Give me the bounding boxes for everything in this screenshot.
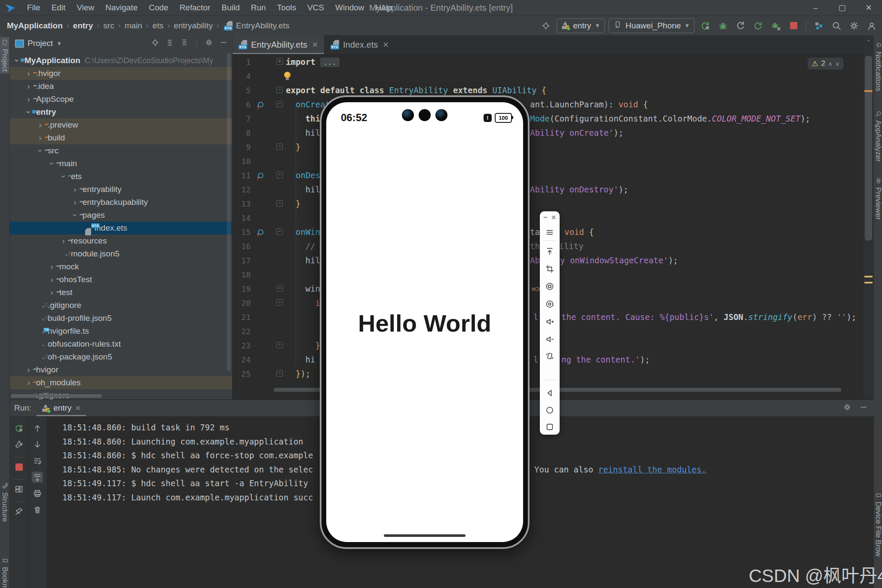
scroll-end-icon[interactable] <box>32 472 43 483</box>
warning-mark[interactable] <box>864 276 873 277</box>
tree-item-.idea[interactable]: ›.idea <box>10 80 232 93</box>
override-method-icon[interactable] <box>257 172 263 179</box>
tree-item-.preview[interactable]: ›.preview <box>10 119 232 131</box>
run-hide-icon[interactable] <box>859 403 868 413</box>
chevron-icon[interactable]: › <box>37 120 44 130</box>
chevron-icon[interactable]: › <box>25 94 32 104</box>
chevron-icon[interactable]: › <box>48 288 55 297</box>
chevron-icon[interactable]: › <box>25 378 32 387</box>
tab-EntryAbility.ets[interactable]: ETSEntryAbility.ets✕ <box>233 35 325 54</box>
tree-item-entrybackupability[interactable]: ›entrybackupability <box>10 196 232 209</box>
settings-icon[interactable] <box>847 19 861 33</box>
tree-item-MyApplication[interactable]: ›MyApplicationC:\Users\Z\DevEcoStudioPro… <box>10 54 232 67</box>
search-everywhere-icon[interactable] <box>830 19 843 33</box>
chevron-down-icon[interactable]: ▼ <box>56 40 62 47</box>
up-icon[interactable] <box>32 423 43 434</box>
tree-item-oh-package.json5[interactable]: ⚙oh-package.json5 <box>10 350 232 363</box>
breadcrumb-item-src[interactable]: src <box>102 21 115 30</box>
run-icon[interactable] <box>698 19 712 33</box>
pin-icon[interactable] <box>13 506 24 517</box>
menu-item-help[interactable]: Help <box>370 0 398 15</box>
emulator-menu-button[interactable] <box>544 227 555 238</box>
fold-marker-icon[interactable]: − <box>276 228 283 235</box>
emulator-recents-button[interactable] <box>544 421 555 433</box>
profile-avatar-icon[interactable] <box>865 19 879 33</box>
chevron-icon[interactable]: › <box>25 365 32 375</box>
clear-icon[interactable] <box>32 504 43 515</box>
tree-item-entryability[interactable]: ›entryability <box>10 183 232 196</box>
breadcrumb-file[interactable]: EntryAbility.ets <box>235 21 290 30</box>
print-icon[interactable] <box>32 488 43 499</box>
sidebar-item-notifications[interactable]: Notifications <box>874 40 882 93</box>
sidebar-item-previewer[interactable]: Previewer <box>874 175 882 222</box>
menu-item-run[interactable]: Run <box>245 0 272 15</box>
menu-item-build[interactable]: Build <box>216 0 245 15</box>
close-button[interactable]: ✕ <box>855 0 882 15</box>
menu-item-code[interactable]: Code <box>143 0 174 15</box>
chevron-icon[interactable]: › <box>48 275 55 284</box>
editor-vertical-scrollbar[interactable] <box>865 56 872 241</box>
settings-wrench-icon[interactable] <box>13 439 24 450</box>
breadcrumb-item-entryability[interactable]: entryability <box>173 21 214 30</box>
fold-marker-icon[interactable]: − <box>276 299 283 306</box>
project-panel-title[interactable]: Project <box>28 39 53 48</box>
project-horizontal-scrollbar[interactable] <box>11 394 102 398</box>
fold-marker-icon[interactable]: ˄ <box>276 143 283 150</box>
tree-item-hvigor[interactable]: ›hvigor <box>10 363 232 376</box>
fold-marker-icon[interactable]: − <box>276 101 283 107</box>
menu-item-edit[interactable]: Edit <box>46 0 71 15</box>
run-tab-entry[interactable]: entry ✕ <box>37 400 86 416</box>
run-settings-icon[interactable] <box>843 403 851 413</box>
chevron-icon[interactable]: › <box>71 198 79 207</box>
rerun-app-icon[interactable] <box>751 19 765 33</box>
emulator-volume-up-button[interactable] <box>544 316 555 327</box>
tree-item-module.json5[interactable]: ⚙module.json5 <box>10 247 232 260</box>
tree-item-build-profile.json5[interactable]: ⚙build-profile.json5 <box>10 312 232 325</box>
module-selector[interactable]: entry▼ <box>557 18 605 33</box>
sidebar-item-project[interactable]: Project <box>0 37 9 73</box>
close-icon[interactable]: ✕ <box>312 40 318 49</box>
phone-screen[interactable]: 06:52 ! 100 Hello World <box>326 102 523 542</box>
chevron-icon[interactable]: › <box>70 212 80 219</box>
project-settings-icon[interactable] <box>205 38 213 49</box>
project-expand-all-icon[interactable] <box>165 38 174 49</box>
rerun-icon[interactable] <box>13 423 24 434</box>
breadcrumb-item-main[interactable]: main <box>124 21 143 30</box>
tree-item-.gitignore[interactable]: ∅.gitignore <box>10 299 232 312</box>
breadcrumb-item-entry[interactable]: entry <box>72 21 94 30</box>
stop-icon[interactable] <box>787 19 800 33</box>
layout-icon[interactable] <box>13 484 24 495</box>
project-collapse-all-icon[interactable] <box>180 38 189 49</box>
minimize-button[interactable]: – <box>802 0 829 15</box>
stop-icon[interactable] <box>13 461 24 472</box>
tree-item-.hvigor[interactable]: ›.hvigor <box>10 67 232 80</box>
emulator-crop-button[interactable] <box>544 263 555 274</box>
tree-item-ets[interactable]: ›ets <box>10 170 232 183</box>
home-indicator[interactable] <box>384 534 466 537</box>
tree-item-src[interactable]: ›src <box>10 144 232 157</box>
menu-item-file[interactable]: File <box>21 0 46 15</box>
override-method-icon[interactable] <box>257 228 263 235</box>
prev-warning-icon[interactable]: ∧ <box>828 61 833 67</box>
tree-item-build[interactable]: ›build <box>10 131 232 144</box>
tree-item-obfuscation-rules.txt[interactable]: obfuscation-rules.txt <box>10 338 232 350</box>
close-icon[interactable]: ✕ <box>75 404 80 412</box>
emulator-minimize-button[interactable] <box>542 213 549 221</box>
next-warning-icon[interactable]: ∨ <box>835 61 839 67</box>
menu-item-view[interactable]: View <box>71 0 100 15</box>
fold-marker-icon[interactable]: ˄ <box>276 342 283 348</box>
attach-debugger-icon[interactable] <box>769 19 783 33</box>
debug-icon[interactable] <box>716 19 730 33</box>
tree-item-mock[interactable]: ›mock <box>10 260 232 273</box>
tree-item-pages[interactable]: ›pages <box>10 209 232 222</box>
warning-mark[interactable] <box>864 90 873 92</box>
sidebar-item-appanalyzer[interactable]: AppAnalyzer <box>874 108 882 163</box>
tree-item-oh_modules[interactable]: ›oh_modules <box>10 376 232 389</box>
sidebar-item-structure[interactable]: Structure <box>0 480 9 524</box>
menu-item-refactor[interactable]: Refactor <box>174 0 216 15</box>
intention-bulb-icon[interactable] <box>284 72 291 78</box>
emulator-rotate-device-button[interactable] <box>544 350 555 362</box>
fold-marker-icon[interactable]: ˄ <box>276 200 283 207</box>
tree-item-resources[interactable]: ›resources <box>10 235 232 247</box>
emulator-close-button[interactable] <box>550 213 557 221</box>
